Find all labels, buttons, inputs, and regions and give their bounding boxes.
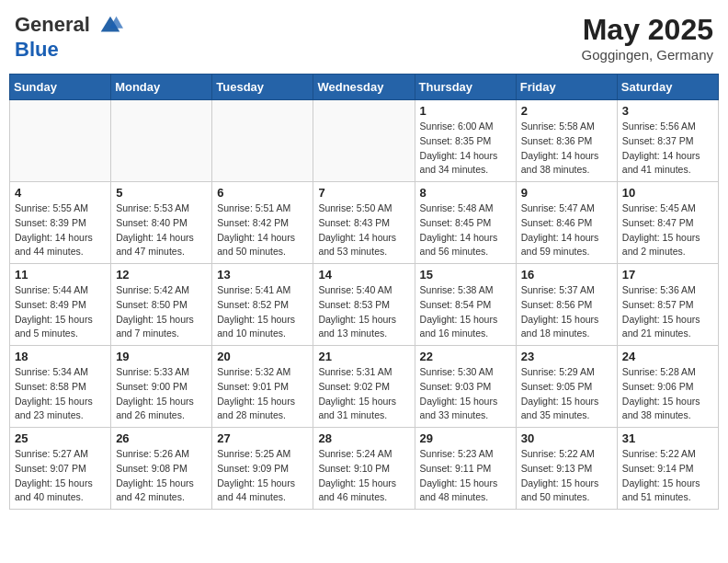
calendar-cell: 22Sunrise: 5:30 AM Sunset: 9:03 PM Dayli… (415, 346, 516, 428)
day-detail: Sunrise: 5:41 AM Sunset: 8:52 PM Dayligh… (217, 283, 308, 341)
day-detail: Sunrise: 5:31 AM Sunset: 9:02 PM Dayligh… (318, 365, 409, 423)
location: Goggingen, Germany (582, 47, 713, 63)
weekday-header: Thursday (415, 75, 516, 100)
day-number: 28 (318, 431, 409, 445)
day-number: 16 (521, 268, 612, 282)
day-number: 30 (521, 431, 612, 445)
calendar-cell: 5Sunrise: 5:53 AM Sunset: 8:40 PM Daylig… (111, 182, 212, 264)
calendar-week-row: 25Sunrise: 5:27 AM Sunset: 9:07 PM Dayli… (10, 428, 719, 510)
calendar-cell: 21Sunrise: 5:31 AM Sunset: 9:02 PM Dayli… (313, 346, 415, 428)
day-detail: Sunrise: 5:29 AM Sunset: 9:05 PM Dayligh… (521, 365, 612, 423)
day-number: 31 (622, 431, 713, 445)
day-number: 13 (217, 268, 308, 282)
day-number: 23 (521, 350, 612, 363)
calendar-week-row: 11Sunrise: 5:44 AM Sunset: 8:49 PM Dayli… (10, 264, 719, 346)
calendar-cell (313, 100, 415, 182)
calendar-cell: 7Sunrise: 5:50 AM Sunset: 8:43 PM Daylig… (313, 182, 415, 264)
day-number: 9 (521, 186, 612, 200)
calendar-cell: 12Sunrise: 5:42 AM Sunset: 8:50 PM Dayli… (111, 264, 212, 346)
day-number: 2 (521, 104, 612, 118)
calendar-cell: 24Sunrise: 5:28 AM Sunset: 9:06 PM Dayli… (617, 346, 718, 428)
calendar-cell: 15Sunrise: 5:38 AM Sunset: 8:54 PM Dayli… (415, 264, 516, 346)
day-detail: Sunrise: 5:23 AM Sunset: 9:11 PM Dayligh… (420, 447, 511, 505)
day-detail: Sunrise: 5:28 AM Sunset: 9:06 PM Dayligh… (622, 365, 713, 423)
calendar-cell: 31Sunrise: 5:22 AM Sunset: 9:14 PM Dayli… (617, 428, 718, 510)
calendar-cell: 28Sunrise: 5:24 AM Sunset: 9:10 PM Dayli… (313, 428, 415, 510)
weekday-header: Tuesday (212, 75, 313, 100)
page-header: General Blue May 2025 Goggingen, Germany (9, 9, 719, 66)
day-number: 14 (318, 268, 409, 282)
calendar-cell: 30Sunrise: 5:22 AM Sunset: 9:13 PM Dayli… (516, 428, 617, 510)
day-detail: Sunrise: 5:55 AM Sunset: 8:39 PM Dayligh… (15, 201, 106, 259)
day-number: 5 (116, 186, 207, 200)
calendar-cell: 10Sunrise: 5:45 AM Sunset: 8:47 PM Dayli… (617, 182, 718, 264)
calendar-cell: 17Sunrise: 5:36 AM Sunset: 8:57 PM Dayli… (617, 264, 718, 346)
day-detail: Sunrise: 5:37 AM Sunset: 8:56 PM Dayligh… (521, 283, 612, 341)
calendar-cell: 19Sunrise: 5:33 AM Sunset: 9:00 PM Dayli… (111, 346, 212, 428)
day-number: 26 (116, 431, 207, 445)
calendar-cell: 14Sunrise: 5:40 AM Sunset: 8:53 PM Dayli… (313, 264, 415, 346)
calendar-cell: 23Sunrise: 5:29 AM Sunset: 9:05 PM Dayli… (516, 346, 617, 428)
day-detail: Sunrise: 6:00 AM Sunset: 8:35 PM Dayligh… (420, 120, 511, 178)
calendar-cell: 11Sunrise: 5:44 AM Sunset: 8:49 PM Dayli… (10, 264, 111, 346)
day-number: 1 (420, 104, 511, 118)
day-detail: Sunrise: 5:45 AM Sunset: 8:47 PM Dayligh… (622, 201, 713, 259)
calendar-cell: 25Sunrise: 5:27 AM Sunset: 9:07 PM Dayli… (10, 428, 111, 510)
calendar-cell: 27Sunrise: 5:25 AM Sunset: 9:09 PM Dayli… (212, 428, 313, 510)
calendar-cell: 3Sunrise: 5:56 AM Sunset: 8:37 PM Daylig… (617, 100, 718, 182)
weekday-header: Saturday (617, 75, 718, 100)
calendar-cell: 8Sunrise: 5:48 AM Sunset: 8:45 PM Daylig… (415, 182, 516, 264)
calendar-week-row: 18Sunrise: 5:34 AM Sunset: 8:58 PM Dayli… (10, 346, 719, 428)
day-number: 18 (15, 350, 106, 363)
day-detail: Sunrise: 5:38 AM Sunset: 8:54 PM Dayligh… (420, 283, 511, 341)
day-number: 25 (15, 431, 106, 445)
day-detail: Sunrise: 5:36 AM Sunset: 8:57 PM Dayligh… (622, 283, 713, 341)
day-detail: Sunrise: 5:48 AM Sunset: 8:45 PM Dayligh… (420, 201, 511, 259)
calendar-cell: 29Sunrise: 5:23 AM Sunset: 9:11 PM Dayli… (415, 428, 516, 510)
day-number: 10 (622, 186, 713, 200)
weekday-header: Sunday (10, 75, 111, 100)
day-number: 8 (420, 186, 511, 200)
day-detail: Sunrise: 5:51 AM Sunset: 8:42 PM Dayligh… (217, 201, 308, 259)
title-block: May 2025 Goggingen, Germany (582, 13, 713, 63)
calendar-cell: 26Sunrise: 5:26 AM Sunset: 9:08 PM Dayli… (111, 428, 212, 510)
day-number: 19 (116, 350, 207, 363)
day-number: 24 (622, 350, 713, 363)
day-detail: Sunrise: 5:58 AM Sunset: 8:36 PM Dayligh… (521, 120, 612, 178)
day-number: 17 (622, 268, 713, 282)
weekday-header-row: SundayMondayTuesdayWednesdayThursdayFrid… (10, 75, 719, 100)
day-detail: Sunrise: 5:34 AM Sunset: 8:58 PM Dayligh… (15, 365, 106, 423)
day-number: 29 (420, 431, 511, 445)
month-year: May 2025 (582, 13, 713, 47)
day-number: 7 (318, 186, 409, 200)
calendar-cell: 4Sunrise: 5:55 AM Sunset: 8:39 PM Daylig… (10, 182, 111, 264)
calendar-cell (111, 100, 212, 182)
day-number: 27 (217, 431, 308, 445)
logo: General Blue (15, 13, 123, 61)
day-detail: Sunrise: 5:25 AM Sunset: 9:09 PM Dayligh… (217, 447, 308, 505)
weekday-header: Wednesday (313, 75, 415, 100)
calendar-cell: 1Sunrise: 6:00 AM Sunset: 8:35 PM Daylig… (415, 100, 516, 182)
day-number: 11 (15, 268, 106, 282)
logo-blue: Blue (15, 38, 59, 61)
day-detail: Sunrise: 5:22 AM Sunset: 9:13 PM Dayligh… (521, 447, 612, 505)
day-detail: Sunrise: 5:30 AM Sunset: 9:03 PM Dayligh… (420, 365, 511, 423)
calendar-cell: 20Sunrise: 5:32 AM Sunset: 9:01 PM Dayli… (212, 346, 313, 428)
day-number: 15 (420, 268, 511, 282)
day-number: 6 (217, 186, 308, 200)
day-number: 21 (318, 350, 409, 363)
day-detail: Sunrise: 5:26 AM Sunset: 9:08 PM Dayligh… (116, 447, 207, 505)
calendar-cell: 9Sunrise: 5:47 AM Sunset: 8:46 PM Daylig… (516, 182, 617, 264)
day-number: 3 (622, 104, 713, 118)
day-detail: Sunrise: 5:24 AM Sunset: 9:10 PM Dayligh… (318, 447, 409, 505)
day-detail: Sunrise: 5:47 AM Sunset: 8:46 PM Dayligh… (521, 201, 612, 259)
calendar-week-row: 1Sunrise: 6:00 AM Sunset: 8:35 PM Daylig… (10, 100, 719, 182)
calendar-week-row: 4Sunrise: 5:55 AM Sunset: 8:39 PM Daylig… (10, 182, 719, 264)
day-detail: Sunrise: 5:32 AM Sunset: 9:01 PM Dayligh… (217, 365, 308, 423)
day-detail: Sunrise: 5:53 AM Sunset: 8:40 PM Dayligh… (116, 201, 207, 259)
calendar-cell: 16Sunrise: 5:37 AM Sunset: 8:56 PM Dayli… (516, 264, 617, 346)
day-number: 4 (15, 186, 106, 200)
day-detail: Sunrise: 5:33 AM Sunset: 9:00 PM Dayligh… (116, 365, 207, 423)
calendar-cell: 2Sunrise: 5:58 AM Sunset: 8:36 PM Daylig… (516, 100, 617, 182)
day-number: 12 (116, 268, 207, 282)
